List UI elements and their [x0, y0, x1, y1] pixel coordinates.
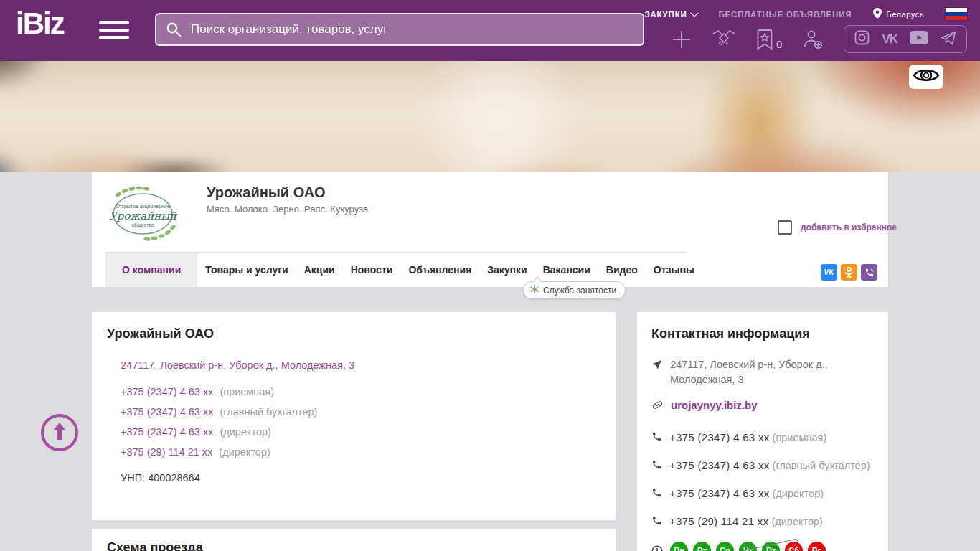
phone-row: +375 (2347) 4 63 xx (директор) — [121, 426, 594, 438]
add-company-plus-icon[interactable] — [672, 29, 692, 50]
handshake-partners-icon[interactable] — [712, 29, 736, 50]
svg-text:Урожайный: Урожайный — [109, 209, 178, 222]
day-badge-wed[interactable]: Ср — [716, 542, 734, 551]
tab-news[interactable]: Новости — [343, 253, 401, 287]
phone-icon — [651, 487, 662, 502]
user-register-icon[interactable] — [802, 29, 824, 50]
tab-ads[interactable]: Объявления — [400, 253, 479, 287]
country-selector[interactable]: Беларусь — [873, 8, 924, 20]
language-flag-russia[interactable] — [946, 8, 967, 20]
vacancies-tooltip: Служба занятости — [523, 281, 626, 299]
contact-phone-row: +375 (2347) 4 63 xx (приемная) — [651, 430, 874, 448]
favorite-checkbox[interactable] — [778, 220, 792, 235]
svg-text:Открытое акционерное: Открытое акционерное — [116, 204, 170, 209]
search-icon — [165, 21, 182, 41]
page: iBiz ЗАКУПКИ БЕСПЛАТНЫЕ ОБЪЯВЛЕНИЯ Белар… — [0, 0, 980, 551]
favorites-bookmark-icon[interactable]: 0 — [756, 29, 782, 50]
phone-row: +375 (2347) 4 63 xx (главный бухгалтер) — [121, 406, 594, 418]
hero-banner — [0, 61, 980, 172]
directions-map-card: Схема проезда — [92, 529, 616, 551]
link-chain-icon — [651, 399, 664, 415]
chevron-down-icon — [690, 9, 698, 17]
about-title: Урожайный ОАО — [107, 326, 214, 342]
phone-number-link[interactable]: +375 (2347) 4 63 xx — [121, 406, 213, 418]
phone-number-link[interactable]: +375 (2347) 4 63 xx — [121, 386, 213, 397]
day-badge-thu[interactable]: Чт — [739, 542, 757, 551]
company-social-icons: VK — [821, 264, 877, 281]
company-website-link[interactable]: urojaynyy.ibiz.by — [671, 399, 758, 411]
contact-website-row: urojaynyy.ibiz.by — [651, 397, 874, 417]
phone-row: +375 (2347) 4 63 xx (приемная) — [121, 386, 594, 397]
day-badge-tue[interactable]: Вт — [693, 542, 711, 551]
svg-text:общество: общество — [131, 222, 154, 228]
company-tagline: Мясо. Молоко. Зерно. Рапс. Кукуруза. — [207, 204, 371, 215]
header-social-links: VK — [844, 25, 967, 53]
company-vk-icon[interactable]: VK — [821, 264, 837, 281]
tab-about[interactable]: О компании — [105, 253, 197, 287]
navigation-arrow-icon — [651, 359, 663, 375]
contact-title: Контактная информация — [651, 326, 874, 342]
phone-note: (директор) — [219, 446, 270, 458]
tab-promos[interactable]: Акции — [296, 253, 343, 287]
youtube-icon[interactable] — [910, 31, 928, 47]
header-action-icons: 0 VK — [672, 25, 967, 53]
arrow-up-icon — [52, 421, 67, 444]
day-badge-sat[interactable]: Сб — [785, 542, 803, 551]
menu-hamburger-icon[interactable] — [99, 21, 129, 40]
instagram-icon[interactable] — [854, 30, 870, 48]
hero-photo — [0, 61, 980, 172]
vk-icon[interactable]: VK — [882, 33, 897, 45]
phone-note: (главный бухгалтер) — [220, 406, 317, 418]
scroll-to-top-button[interactable] — [41, 414, 78, 451]
eye-icon — [913, 67, 940, 87]
map-title: Схема проезда — [107, 540, 203, 551]
phone-row: +375 (29) 114 21 xx (директор) — [121, 446, 594, 458]
company-logo: Открытое акционерное Урожайный общество — [105, 182, 181, 245]
accessibility-eye-button[interactable] — [909, 65, 943, 89]
company-odnoklassniki-icon[interactable] — [841, 264, 857, 281]
phone-icon — [651, 431, 662, 446]
contact-phone-row: +375 (2347) 4 63 xx (главный бухгалтер) — [651, 458, 874, 476]
day-badge-fri[interactable]: Пт — [762, 542, 780, 551]
day-badge-sun[interactable]: Вс — [808, 542, 826, 551]
phone-icon — [651, 515, 662, 530]
top-header: iBiz ЗАКУПКИ БЕСПЛАТНЫЕ ОБЪЯВЛЕНИЯ Белар… — [0, 0, 980, 61]
add-to-favorites[interactable]: добавить в избранное — [778, 220, 897, 235]
phone-note: (директор) — [220, 426, 270, 438]
telegram-icon[interactable] — [941, 31, 956, 48]
favorite-label: добавить в избранное — [801, 222, 897, 232]
site-logo[interactable]: iBiz — [16, 9, 64, 39]
contact-info-card: Контактная информация 247117, Лоевский р… — [637, 312, 888, 551]
phone-number-link[interactable]: +375 (2347) 4 63 xx — [121, 426, 213, 438]
location-pin-icon — [873, 8, 882, 20]
phone-note: (приемная) — [220, 386, 274, 397]
company-viber-icon[interactable] — [861, 264, 877, 281]
phone-icon — [651, 459, 662, 474]
company-name: Урожайный ОАО — [207, 184, 326, 201]
unp-number: УНП: 400028664 — [121, 472, 594, 484]
zakupki-menu[interactable]: ЗАКУПКИ — [644, 10, 697, 19]
about-company-card: Урожайный ОАО 247117, Лоевский р-н, Убор… — [92, 312, 616, 520]
working-days-row: Пн Вт Ср Чт Пт Сб Вс — [651, 542, 874, 551]
search-input[interactable] — [155, 13, 644, 46]
tab-reviews[interactable]: Отзывы — [646, 253, 702, 287]
tab-products[interactable]: Товары и услуги — [197, 253, 296, 287]
contact-phone-row: +375 (29) 114 21 xx (директор) — [651, 514, 874, 532]
employment-service-icon — [530, 285, 539, 296]
search-bar — [155, 13, 644, 46]
header-top-links: ЗАКУПКИ БЕСПЛАТНЫЕ ОБЪЯВЛЕНИЯ Беларусь — [644, 8, 967, 20]
clock-icon — [651, 545, 663, 551]
phone-number-link[interactable]: +375 (29) 114 21 xx — [121, 446, 212, 458]
company-header-card: Открытое акционерное Урожайный общество … — [92, 172, 888, 287]
day-badge-mon[interactable]: Пн — [670, 542, 688, 551]
favorites-count: 0 — [776, 38, 782, 50]
contact-address-row: 247117, Лоевский р-н, Уборок д., Молодеж… — [651, 357, 874, 387]
free-ads-link[interactable]: БЕСПЛАТНЫЕ ОБЪЯВЛЕНИЯ — [719, 10, 852, 19]
company-address-link[interactable]: 247117, Лоевский р-н, Уборок д., Молодеж… — [121, 359, 594, 371]
contact-phone-row: +375 (2347) 4 63 xx (директор) — [651, 486, 874, 504]
